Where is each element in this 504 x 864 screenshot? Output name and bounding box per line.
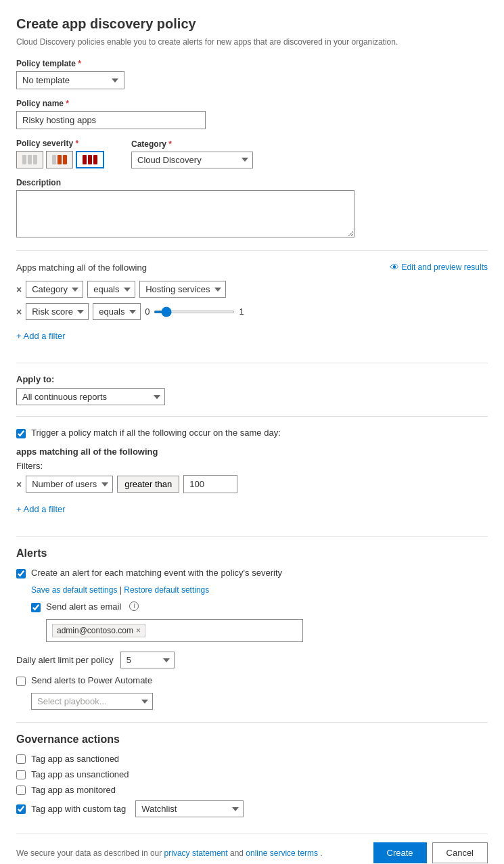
save-default-link[interactable]: Save as default settings [31, 585, 117, 595]
divider-3 [16, 416, 488, 417]
watchlist-select[interactable]: Watchlist [135, 800, 244, 817]
apply-to-section: Apply to: All continuous reports [16, 374, 488, 405]
power-automate-row: Send alerts to Power Automate [16, 675, 488, 686]
severity-med-bar1 [52, 155, 56, 164]
sub-filter-field[interactable]: Number of users [26, 476, 113, 493]
filter-1-value[interactable]: Hosting services [139, 281, 226, 298]
severity-high-btn[interactable] [76, 151, 104, 168]
governance-section: Governance actions Tag app as sanctioned… [16, 733, 488, 817]
footer-buttons: Create Cancel [373, 842, 488, 863]
daily-alert-label: Daily alert limit per policy [16, 655, 114, 665]
create-button[interactable]: Create [373, 842, 427, 863]
slider-min-value: 0 [145, 306, 150, 317]
slider-max-value: 1 [239, 306, 244, 317]
restore-default-link[interactable]: Restore default settings [124, 585, 209, 595]
category-select[interactable]: Cloud Discovery [131, 152, 253, 168]
email-tag-value: admin@contoso.com [57, 626, 133, 635]
severity-high-bar1 [83, 155, 87, 164]
privacy-link[interactable]: privacy statement [164, 848, 228, 858]
severity-options [16, 151, 104, 168]
gov-2-label: Tag app as monitored [31, 785, 116, 795]
page-title: Create app discovery policy [16, 16, 488, 32]
gov-0-label: Tag app as sanctioned [31, 754, 119, 764]
alerts-title: Alerts [16, 547, 488, 560]
severity-medium-btn[interactable] [46, 151, 73, 168]
filter-1-field[interactable]: Category [26, 281, 83, 298]
filter-2-operator[interactable]: equals [93, 303, 141, 320]
edit-preview-link[interactable]: 👁 Edit and preview results [390, 262, 488, 273]
email-tag-remove[interactable]: × [136, 626, 141, 635]
add-filter-2-btn[interactable]: + Add a filter [16, 501, 66, 517]
send-email-checkbox[interactable] [31, 603, 41, 612]
gov-2-checkbox[interactable] [16, 786, 26, 795]
severity-low-btn[interactable] [16, 151, 43, 168]
sub-filter-operator-btn[interactable]: greater than [117, 476, 179, 493]
apply-to-label: Apply to: [16, 374, 488, 384]
sub-filter-remove[interactable]: × [16, 479, 22, 490]
policy-name-input[interactable] [16, 111, 206, 129]
send-email-label: Send alert as email [46, 601, 121, 612]
filter-1-remove[interactable]: × [16, 284, 22, 295]
description-textarea[interactable] [16, 190, 354, 237]
description-label: Description [16, 178, 488, 187]
gov-0-checkbox[interactable] [16, 754, 26, 764]
risk-score-slider[interactable] [154, 311, 235, 313]
footer-row: We secure your data as described in our … [16, 834, 488, 863]
gov-1-label: Tag app as unsanctioned [31, 769, 129, 779]
create-alert-checkbox[interactable] [16, 569, 26, 578]
governance-item-3: Tag app with custom tag Watchlist [16, 800, 488, 817]
apps-matching-header: Apps matching all of the following 👁 Edi… [16, 262, 488, 273]
apply-to-select[interactable]: All continuous reports [16, 388, 165, 405]
trigger-checkbox-row: Trigger a policy match if all the follow… [16, 428, 488, 438]
daily-alert-select[interactable]: 5 [120, 652, 175, 668]
divider-2 [16, 363, 488, 363]
severity-high-bar3 [93, 155, 97, 164]
governance-item-0: Tag app as sanctioned [16, 754, 488, 764]
gov-1-checkbox[interactable] [16, 770, 26, 779]
severity-low-bar2 [28, 155, 32, 164]
apps-matching-sub-title: apps matching all of the following [16, 447, 488, 457]
settings-links: Save as default settings | Restore defau… [31, 585, 488, 595]
sub-filter-row: × Number of users greater than [16, 475, 488, 493]
governance-item-1: Tag app as unsanctioned [16, 769, 488, 779]
divider-1 [16, 250, 488, 251]
send-email-row: Send alert as email i [31, 601, 488, 612]
filter-row-1: × Category equals Hosting services [16, 281, 488, 298]
severity-med-bar3 [63, 155, 67, 164]
severity-low-bar1 [22, 155, 26, 164]
email-field-container[interactable]: admin@contoso.com × [46, 619, 303, 642]
filter-2-remove[interactable]: × [16, 306, 22, 317]
power-automate-label: Send alerts to Power Automate [31, 675, 152, 685]
divider-4 [16, 536, 488, 537]
governance-title: Governance actions [16, 733, 488, 746]
gov-3-checkbox[interactable] [16, 804, 26, 814]
eye-icon: 👁 [390, 262, 399, 273]
playbook-container: Select playbook... [31, 693, 488, 710]
apps-matching-sub-section: apps matching all of the following Filte… [16, 447, 488, 525]
slider-container: 0 1 [145, 306, 244, 317]
policy-template-select[interactable]: No template [16, 71, 124, 89]
email-tag: admin@contoso.com × [52, 624, 145, 637]
filter-1-operator[interactable]: equals [87, 281, 135, 298]
email-info-icon[interactable]: i [129, 601, 139, 611]
terms-link[interactable]: online service terms [246, 848, 318, 858]
daily-alert-row: Daily alert limit per policy 5 [16, 652, 488, 668]
page-subtitle: Cloud Discovery policies enable you to c… [16, 37, 488, 47]
playbook-select[interactable]: Select playbook... [31, 693, 153, 710]
trigger-label: Trigger a policy match if all the follow… [31, 428, 281, 438]
sub-filter-value[interactable] [183, 475, 237, 493]
cancel-button[interactable]: Cancel [432, 842, 488, 863]
create-alert-label: Create an alert for each matching event … [31, 568, 282, 578]
apps-matching-title: Apps matching all of the following [16, 263, 147, 273]
policy-name-label: Policy name [16, 99, 488, 108]
filter-2-field[interactable]: Risk score [26, 303, 89, 320]
create-alert-row: Create an alert for each matching event … [16, 568, 488, 578]
divider-5 [16, 722, 488, 723]
alerts-section: Alerts Create an alert for each matching… [16, 547, 488, 710]
severity-low-bar3 [33, 155, 37, 164]
policy-template-label: Policy template [16, 59, 488, 68]
severity-high-bar2 [88, 155, 92, 164]
trigger-checkbox[interactable] [16, 429, 26, 438]
power-automate-checkbox[interactable] [16, 677, 26, 686]
add-filter-1-btn[interactable]: + Add a filter [16, 328, 66, 344]
